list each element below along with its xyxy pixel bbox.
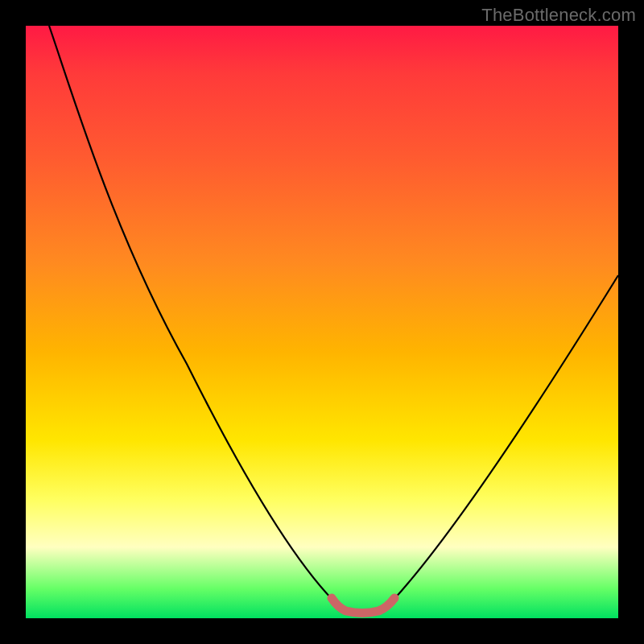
sweet-spot-curve <box>332 598 394 613</box>
attribution-text: TheBottleneck.com <box>481 5 636 26</box>
plot-area <box>26 26 618 618</box>
chart-svg <box>26 26 618 618</box>
chart-frame: TheBottleneck.com <box>0 0 644 644</box>
bottleneck-curve <box>49 26 618 613</box>
